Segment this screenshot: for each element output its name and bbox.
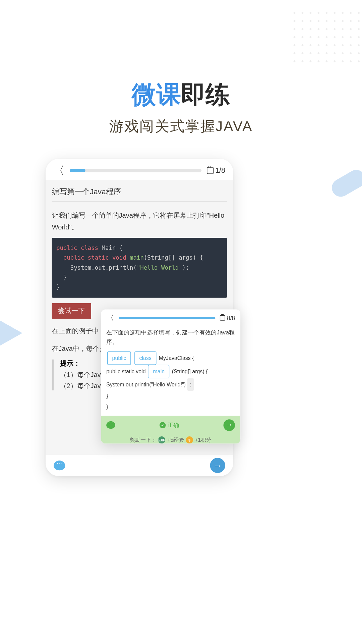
progress-fill: [70, 169, 85, 172]
reward-row: 奖励一下： EXP +5经验 $ +1积分: [106, 436, 235, 443]
next-button[interactable]: →: [210, 458, 225, 473]
code-text: }: [63, 274, 67, 281]
code-line: public static void main (String[] args) …: [106, 365, 235, 378]
fill-blank-code: public class MyJavaClass { public static…: [106, 351, 235, 412]
hero-rest-text: 即练: [181, 80, 230, 108]
correct-text: 正确: [168, 421, 179, 429]
try-it-button[interactable]: 尝试一下: [52, 303, 91, 319]
question-text: 在下面的选项中选择填写，创建一个有效的Java程序。: [106, 328, 235, 346]
exp-text: +5经验: [167, 436, 184, 443]
hero-accent-text: 微课: [132, 80, 181, 108]
code-text: System.out.println(: [70, 264, 137, 271]
code-text: System.out.println("Hello World!"): [106, 381, 187, 388]
chat-icon[interactable]: [106, 421, 115, 429]
phone-header: 〈 1/8: [46, 159, 233, 180]
code-line: }: [106, 391, 235, 401]
back-icon[interactable]: 〈: [54, 165, 64, 176]
code-text: );: [182, 264, 189, 271]
result-panel: ✓ 正确 → 奖励一下： EXP +5经验 $ +1积分: [101, 416, 240, 443]
calendar-icon: [220, 315, 225, 321]
code-text: (String[] args) {: [144, 255, 203, 261]
blank-chip[interactable]: ;: [187, 378, 194, 390]
progress-bar: [119, 317, 216, 319]
overlay-header: 〈 8/8: [101, 309, 240, 326]
code-text: MyJavaClass {: [159, 355, 194, 361]
progress-fill: [119, 317, 216, 319]
coin-badge-icon: $: [186, 436, 193, 443]
code-line: System.out.println("Hello World!") ;: [106, 378, 235, 390]
code-block: public class Main { public static void m…: [52, 238, 227, 298]
result-row: ✓ 正确 →: [106, 419, 235, 431]
code-keyword: class: [81, 245, 98, 251]
decorative-triangle: [0, 313, 22, 353]
code-keyword: public: [63, 255, 84, 261]
decorative-dots: [290, 9, 362, 63]
code-keyword: public: [56, 245, 77, 251]
page-count: 1/8: [215, 166, 225, 174]
code-keyword: static: [88, 255, 109, 261]
phone-mockup-overlay: 〈 8/8 在下面的选项中选择填写，创建一个有效的Java程序。 public …: [101, 309, 240, 443]
code-keyword: void: [112, 255, 126, 261]
lesson-title: 编写第一个Java程序: [52, 186, 227, 202]
code-text: public static void: [106, 368, 147, 375]
code-line: }: [106, 401, 235, 412]
blank-chip[interactable]: class: [134, 351, 157, 365]
code-string: "Hello World": [137, 264, 182, 271]
page-count: 8/8: [227, 315, 235, 321]
lesson-description: 让我们编写一个简单的Java程序，它将在屏幕上打印"Hello World"。: [52, 210, 227, 232]
progress-bar: [70, 169, 201, 172]
exp-badge-icon: EXP: [158, 436, 165, 443]
code-fn: main: [130, 255, 144, 261]
code-text: }: [56, 284, 60, 291]
hero-main-line: 微课即练: [0, 78, 362, 111]
blank-chip[interactable]: main: [148, 365, 170, 378]
reward-prefix: 奖励一下：: [130, 436, 157, 443]
coin-text: +1积分: [195, 436, 212, 443]
hero-subtitle: 游戏闯关式掌握JAVA: [0, 117, 362, 137]
decorative-pill: [328, 167, 362, 200]
calendar-icon: [207, 167, 214, 174]
back-icon[interactable]: 〈: [106, 314, 114, 322]
phone-footer: →: [46, 455, 233, 476]
blank-chip[interactable]: public: [107, 351, 131, 365]
check-icon: ✓: [160, 422, 166, 428]
code-text: (String[] args) {: [172, 368, 208, 375]
overlay-body: 在下面的选项中选择填写，创建一个有效的Java程序。 public class …: [101, 326, 240, 416]
page-indicator: 1/8: [207, 166, 225, 174]
code-text: Main {: [98, 245, 123, 251]
hero-title: 微课即练 游戏闯关式掌握JAVA: [0, 78, 362, 136]
correct-label: ✓ 正确: [160, 421, 179, 429]
page-indicator: 8/8: [220, 315, 235, 321]
next-button[interactable]: →: [224, 419, 235, 431]
code-line: public class MyJavaClass {: [106, 351, 235, 365]
chat-icon[interactable]: [54, 461, 65, 470]
